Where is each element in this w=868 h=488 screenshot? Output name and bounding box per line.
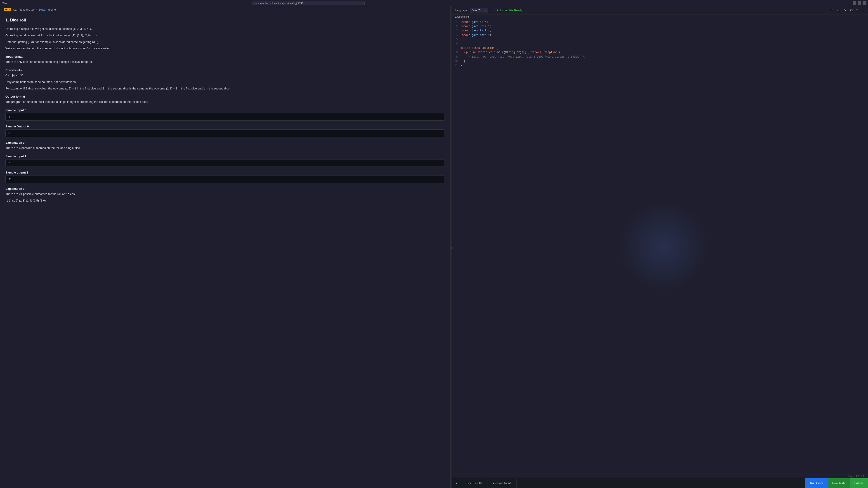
input-format-text: There is only one line of input containi…	[5, 60, 444, 64]
explanation-1-label: Explanation 1	[5, 187, 444, 191]
autocomplete-status: ✓ Autocomplete Ready	[493, 8, 522, 12]
switch-theme-link[interactable]: Switch	[38, 8, 46, 11]
explanation-0-text: There are 6 possible outcomes on the rol…	[5, 146, 444, 151]
code-line-5	[460, 37, 868, 42]
sample-output-1-box: 21	[5, 175, 444, 183]
browser-icon-3	[863, 1, 866, 5]
sample-output-0-label: Sample Output 0	[5, 125, 444, 128]
language-label: Language	[455, 9, 467, 12]
divider-dot-3	[451, 248, 452, 249]
code-line-6	[460, 42, 868, 46]
cant-read-text: Can't read the text?	[13, 8, 37, 11]
code-line-9: /* Enter your code here. Read input from…	[460, 55, 868, 59]
language-select[interactable]: Java 7 Java 8 Python 3 C++ C	[470, 8, 488, 13]
sample-input-0-label: Sample Input 0	[5, 108, 444, 112]
problem-panel: BETA Can't read the text? Switch theme 1…	[0, 6, 451, 488]
code-line-3: import java.text.*;	[460, 29, 868, 33]
code-line-2: import java.util.*;	[460, 24, 868, 29]
input-format-label: Input format	[5, 55, 444, 58]
code-editor[interactable]: 1 2 3 4 5 6 7 8 9 10 11 import java.io.*…	[452, 19, 868, 474]
main-layout: BETA Can't read the text? Switch theme 1…	[0, 6, 868, 488]
constraint-2: Only combinations must be counted, not p…	[5, 80, 444, 85]
code-line-1: import java.io.*;	[460, 20, 868, 24]
checkmark-icon: ✓	[493, 8, 495, 12]
editor-glow	[618, 201, 709, 292]
autocomplete-text: Autocomplete Ready	[497, 9, 522, 12]
code-lines: import java.io.*; import java.util.*; im…	[460, 20, 868, 68]
status-line: Line: 11 Col: 2	[452, 474, 868, 478]
code-area: 1 2 3 4 5 6 7 8 9 10 11 import java.io.*…	[452, 19, 868, 69]
chevron-up-icon[interactable]: ▲	[452, 482, 461, 485]
explanation-1-text: There are 21 possible outcomes for the r…	[5, 192, 444, 197]
beta-bar: BETA Can't read the text? Switch theme	[0, 6, 450, 13]
theme-label: theme	[49, 8, 56, 11]
environment-label: Environment	[452, 14, 868, 19]
code-line-11: }	[460, 64, 868, 68]
problem-para-2: On rolling two dice, we get 21 distinct …	[5, 33, 444, 38]
brightness-icon[interactable]: ☀	[843, 8, 847, 13]
problem-para-4: Write a program to print the number of d…	[5, 46, 444, 51]
tab-test-results[interactable]: Test Results	[461, 478, 488, 488]
sample-input-1-box: 2	[5, 159, 444, 167]
sample-input-0-box: 1	[5, 113, 444, 121]
divider-dot-1	[451, 246, 452, 246]
line-numbers: 1 2 3 4 5 6 7 8 9 10 11	[452, 20, 460, 68]
sample-output-0-box: 6	[5, 129, 444, 137]
run-code-button[interactable]: Run Code	[805, 478, 828, 488]
sample-input-1-label: Sample input 1	[5, 155, 444, 158]
constraint-3: For example, if 2 dice are rolled, the o…	[5, 86, 444, 91]
eye-icon[interactable]: 👁	[830, 8, 834, 13]
constraint-1: 0 <= |x| <= 30	[5, 73, 444, 78]
divider-dot-2	[451, 247, 452, 248]
sample-output-1-label: Sample output 1	[5, 171, 444, 174]
code-line-7: public class Solution {	[460, 46, 868, 51]
editor-panel: Language Java 7 Java 8 Python 3 C++ C ✓ …	[452, 6, 868, 488]
problem-content: 1. Dice roll On rolling a single die, we…	[0, 13, 450, 488]
panel-divider[interactable]	[451, 6, 452, 488]
output-format-label: Output format	[5, 95, 444, 98]
help-icon[interactable]: ?	[856, 8, 859, 13]
topbar-controls	[852, 1, 866, 5]
code-line-4: import java.math.*;	[460, 33, 868, 37]
explanation-1-sub: (1 1) (1 2) (1 3) (1 4) (1 5) (1 6)	[5, 198, 444, 203]
problem-para-1: On rolling a single die, we get six dist…	[5, 27, 444, 31]
history-icon[interactable]: ↺	[849, 8, 853, 13]
problem-para-3: Note that getting (2,3), for example, is…	[5, 40, 444, 44]
time-display: 33m	[2, 2, 6, 4]
topbar: 33m	[0, 0, 868, 6]
explanation-0-label: Explanation 0	[5, 141, 444, 144]
browser-icon-2	[858, 1, 861, 5]
code-line-10: }	[460, 59, 868, 64]
constraints-label: Constraints	[5, 68, 444, 72]
beta-badge: BETA	[4, 8, 11, 11]
bottom-bar: ▲ Test Results Custom Input Run Code Run…	[452, 478, 868, 488]
code-line-8: ▼public static void main(String args[] )…	[460, 51, 868, 55]
status-text: Line: 11 Col: 2	[848, 475, 864, 478]
run-tests-button[interactable]: Run Tests	[828, 478, 850, 488]
editor-toolbar: Language Java 7 Java 8 Python 3 C++ C ✓ …	[452, 6, 868, 14]
problem-title: 1. Dice roll	[5, 18, 444, 23]
more-icon[interactable]: ⋮	[861, 8, 865, 13]
output-format-text: The program or function must print out a…	[5, 100, 444, 104]
layout-icon[interactable]: ▭	[837, 8, 841, 13]
language-selector-wrapper[interactable]: Java 7 Java 8 Python 3 C++ C	[470, 8, 488, 13]
toolbar-icon-group: 👁 ▭ ☀ ↺ ? ⋮	[830, 8, 865, 13]
submit-button[interactable]: Submit	[850, 478, 868, 488]
browser-icon-1	[852, 1, 856, 5]
tab-custom-input[interactable]: Custom Input	[488, 478, 516, 488]
url-bar[interactable]	[252, 1, 365, 5]
